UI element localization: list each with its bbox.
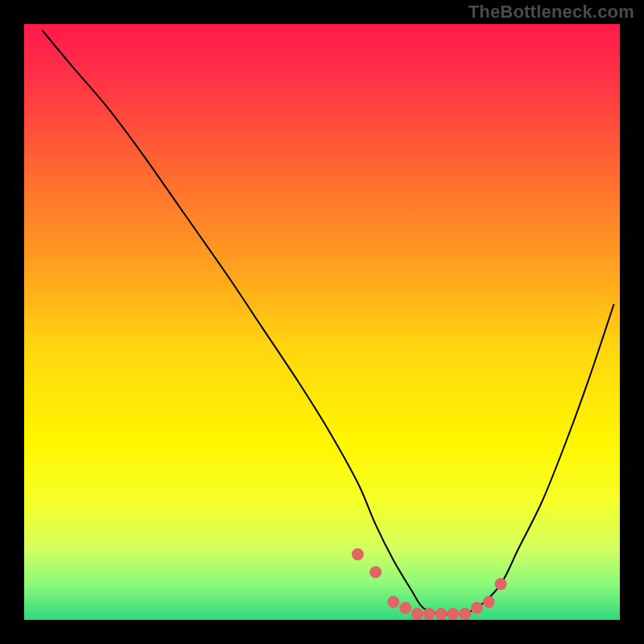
highlight-dot	[436, 608, 448, 620]
watermark-text: TheBottleneck.com	[469, 2, 634, 23]
highlight-dot	[447, 608, 459, 620]
highlight-dot	[369, 566, 382, 578]
highlight-dot	[459, 608, 471, 620]
bottleneck-chart	[0, 0, 644, 644]
highlight-dot	[483, 596, 495, 608]
chart-frame: TheBottleneck.com	[0, 0, 644, 644]
highlight-dot	[423, 608, 436, 620]
highlight-dot	[387, 596, 399, 608]
chart-background-gradient	[24, 24, 620, 620]
highlight-dot	[352, 548, 364, 560]
highlight-dot	[399, 602, 411, 614]
highlight-dot	[471, 602, 483, 614]
highlight-dot	[495, 578, 507, 590]
highlight-dot	[411, 608, 423, 620]
